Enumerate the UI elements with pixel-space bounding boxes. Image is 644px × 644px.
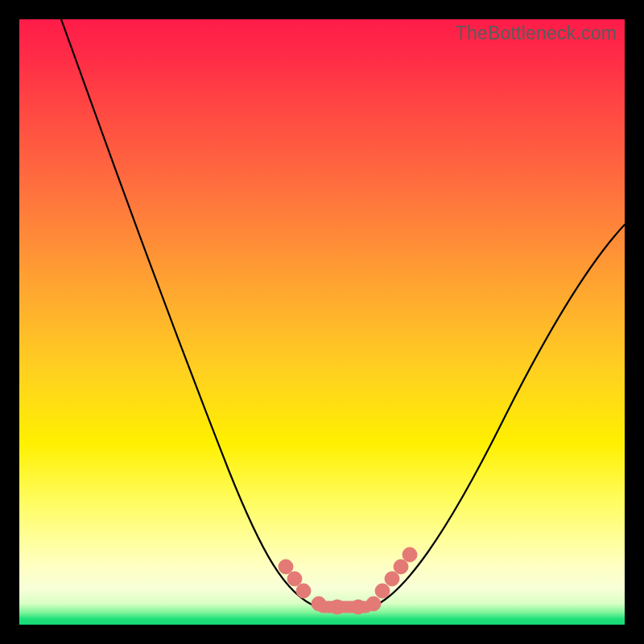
chart-frame: TheBottleneck.com <box>0 0 644 644</box>
curve-layer <box>19 19 625 625</box>
marker-flat <box>317 601 372 613</box>
marker-dot <box>394 559 408 574</box>
marker-group <box>279 547 417 614</box>
marker-dot <box>279 559 293 574</box>
bottleneck-curve-path <box>61 19 625 609</box>
marker-dot <box>375 584 390 598</box>
plot-area: TheBottleneck.com <box>19 19 625 625</box>
marker-dot <box>402 547 417 562</box>
marker-dot <box>287 572 302 586</box>
marker-dot <box>385 572 399 586</box>
marker-dot <box>296 584 311 598</box>
